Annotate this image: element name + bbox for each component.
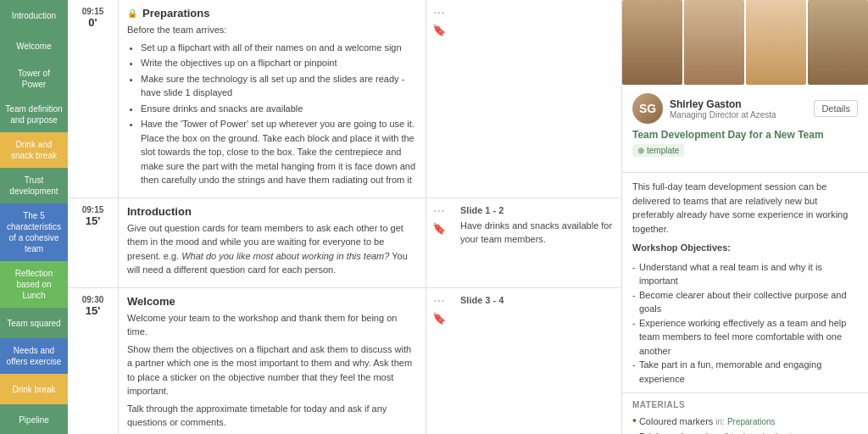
sidebar: IntroductionWelcomeTower of PowerTeam de… bbox=[0, 0, 68, 434]
material-count: x 3 in: bbox=[718, 431, 741, 434]
presenter-info: SG Shirley Gaston Managing Director at A… bbox=[622, 85, 868, 173]
details-button[interactable]: Details bbox=[814, 100, 858, 117]
time-value: 09:15 bbox=[73, 7, 113, 16]
sidebar-item-1[interactable]: Welcome bbox=[0, 31, 68, 61]
workshop-title: Team Development Day for a New Team bbox=[632, 129, 858, 141]
more-dots-icon[interactable]: ··· bbox=[433, 293, 444, 309]
sidebar-item-8[interactable]: Team squared bbox=[0, 308, 68, 338]
sidebar-item-2[interactable]: Tower of Power bbox=[0, 61, 68, 97]
bookmark-icon[interactable]: 🔖 bbox=[432, 312, 446, 325]
materials-title: MATERIALS bbox=[632, 400, 858, 409]
photo-collage bbox=[622, 0, 868, 85]
material-name: Coloured markers bbox=[639, 415, 713, 430]
session-body: WelcomeWelcome your team to the workshop… bbox=[119, 288, 426, 435]
session-bullet: Ensure drinks and snacks are available bbox=[141, 102, 417, 116]
session-actions: ···🔖 bbox=[426, 288, 452, 435]
bookmark-icon[interactable]: 🔖 bbox=[432, 24, 446, 36]
session-bullet: Set up a flipchart with all of their nam… bbox=[141, 41, 417, 55]
sidebar-item-11[interactable]: Pipeline bbox=[0, 404, 68, 434]
presenter-title: Managing Director at Azesta bbox=[670, 110, 807, 120]
session-time: 09:3015' bbox=[68, 288, 119, 435]
objectives-list: Understand what a real team is and why i… bbox=[632, 260, 858, 387]
session-paragraph: Before the team arrives: bbox=[127, 23, 417, 37]
template-icon: ⊕ bbox=[637, 146, 644, 155]
materials-list: •Coloured markers in: Preparations•Drink… bbox=[632, 415, 858, 434]
material-separator: | bbox=[790, 431, 793, 434]
duration-value: 15' bbox=[73, 304, 113, 317]
sidebar-item-0[interactable]: Introduction bbox=[0, 0, 68, 31]
session-bullet: Have the 'Tower of Power' set up whereve… bbox=[141, 117, 417, 187]
slide-ref: Slide 1 - 2 bbox=[460, 205, 613, 215]
objective-item: Become clearer about their collective pu… bbox=[632, 288, 858, 316]
material-item: •Drinks and snacks x 3 in: Introduction … bbox=[632, 430, 858, 434]
session-bullets: Set up a flipchart with all of their nam… bbox=[127, 41, 417, 187]
description-section: This full-day team development session c… bbox=[622, 173, 868, 393]
material-in: in: bbox=[715, 415, 725, 429]
material-name: Drinks and snacks bbox=[639, 430, 715, 434]
session-bullet: Make sure the technology is all set up a… bbox=[141, 72, 417, 100]
session-title: Welcome bbox=[127, 295, 417, 308]
right-panel: SG Shirley Gaston Managing Director at A… bbox=[622, 0, 868, 434]
presenter-name: Shirley Gaston bbox=[670, 98, 807, 110]
sidebar-item-6[interactable]: The 5 characteristics of a cohesive team bbox=[0, 203, 68, 261]
slide-ref: Slide 3 - 4 bbox=[460, 295, 613, 305]
template-badge: ⊕ template bbox=[632, 144, 684, 157]
duration-value: 0' bbox=[73, 16, 113, 29]
objective-item: Understand what a real team is and why i… bbox=[632, 260, 858, 288]
session-actions: ···🔖 bbox=[426, 0, 452, 198]
objectives-header: Workshop Objectives: bbox=[632, 241, 858, 255]
bookmark-icon[interactable]: 🔖 bbox=[432, 222, 446, 235]
sidebar-item-9[interactable]: Needs and offers exercise bbox=[0, 338, 68, 374]
materials-section: MATERIALS •Coloured markers in: Preparat… bbox=[622, 393, 868, 434]
session-time: 09:1515' bbox=[68, 198, 119, 287]
sidebar-item-7[interactable]: Reflection based on Lunch bbox=[0, 261, 68, 308]
lock-icon: 🔒 bbox=[127, 8, 137, 18]
description-text: This full-day team development session c… bbox=[632, 180, 858, 236]
session-paragraph: Show them the objectives on a flipchart … bbox=[127, 342, 417, 398]
session-notes: Slide 3 - 4 bbox=[452, 288, 621, 435]
session-introduction: 09:1515'IntroductionGive out question ca… bbox=[68, 198, 621, 288]
session-time: 09:150' bbox=[68, 0, 119, 198]
time-value: 09:30 bbox=[73, 295, 113, 304]
presenter-details: Shirley Gaston Managing Director at Azes… bbox=[670, 98, 807, 120]
photo-3 bbox=[746, 0, 806, 85]
session-notes bbox=[452, 0, 621, 198]
session-paragraph: Welcome your team to the workshop and th… bbox=[127, 311, 417, 339]
template-label: template bbox=[647, 146, 679, 155]
objective-item: Experience working effectively as a team… bbox=[632, 316, 858, 359]
session-welcome: 09:3015'WelcomeWelcome your team to the … bbox=[68, 288, 621, 435]
session-title: Introduction bbox=[127, 205, 417, 218]
duration-value: 15' bbox=[73, 214, 113, 227]
more-dots-icon[interactable]: ··· bbox=[433, 203, 444, 219]
material-item: •Coloured markers in: Preparations bbox=[632, 415, 858, 430]
material-link[interactable]: Introduction bbox=[743, 431, 787, 434]
session-bullet: Write the objectives up on a flipchart o… bbox=[141, 56, 417, 70]
material-link[interactable]: Preparations bbox=[727, 415, 776, 429]
bullet-icon: • bbox=[632, 415, 637, 426]
main-content: 09:150'🔒PreparationsBefore the team arri… bbox=[68, 0, 622, 434]
bullet-icon: • bbox=[632, 430, 637, 434]
photo-2 bbox=[684, 0, 744, 85]
sidebar-item-3[interactable]: Team definition and purpose bbox=[0, 97, 68, 132]
session-note-text: Have drinks and snacks available for you… bbox=[460, 219, 613, 247]
session-paragraph: Give out question cards for team members… bbox=[127, 221, 417, 277]
photo-1 bbox=[622, 0, 682, 85]
session-title: 🔒Preparations bbox=[127, 7, 417, 19]
avatar: SG bbox=[632, 93, 663, 124]
objective-item: Take part in a fun, memorable and engagi… bbox=[632, 358, 858, 386]
sidebar-item-10[interactable]: Drink break bbox=[0, 374, 68, 404]
session-body: 🔒PreparationsBefore the team arrives:Set… bbox=[119, 0, 426, 198]
session-notes: Slide 1 - 2Have drinks and snacks availa… bbox=[452, 198, 621, 287]
presenter-row: SG Shirley Gaston Managing Director at A… bbox=[632, 93, 858, 124]
photo-4 bbox=[808, 0, 868, 85]
sidebar-item-4[interactable]: Drink and snack break bbox=[0, 132, 68, 168]
sidebar-item-5[interactable]: Trust development bbox=[0, 168, 68, 203]
session-body: IntroductionGive out question cards for … bbox=[119, 198, 426, 287]
time-value: 09:15 bbox=[73, 205, 113, 214]
session-actions: ···🔖 bbox=[426, 198, 452, 287]
more-dots-icon[interactable]: ··· bbox=[433, 5, 444, 20]
session-preparations: 09:150'🔒PreparationsBefore the team arri… bbox=[68, 0, 621, 198]
session-paragraph: Talk through the approximate timetable f… bbox=[127, 402, 417, 430]
